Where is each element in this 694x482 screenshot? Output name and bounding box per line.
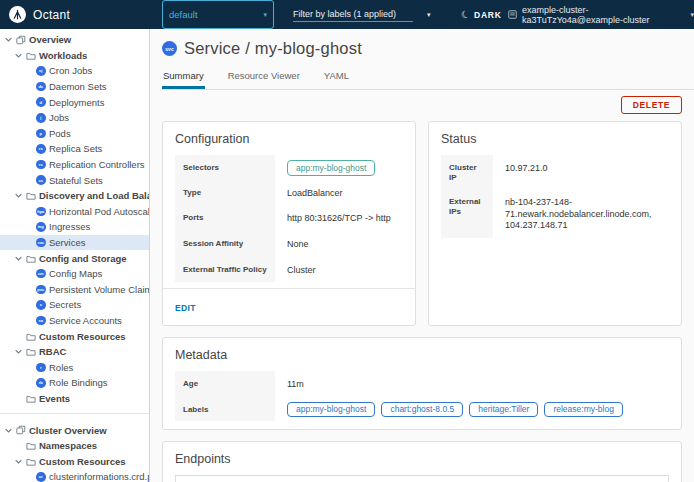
- overview-icon: [16, 425, 29, 435]
- sidebar-item-discovery-and-load-balancing[interactable]: Discovery and Load Balancing: [0, 188, 149, 204]
- k8s-resource-icon: sa: [36, 316, 46, 326]
- chevron-down-icon: [15, 458, 26, 465]
- sidebar-item-ingresses[interactable]: ingIngresses: [0, 219, 149, 235]
- sidebar-item-events[interactable]: Events: [0, 391, 149, 407]
- sidebar-item-roles[interactable]: rRoles: [0, 359, 149, 375]
- context-selector[interactable]: example-cluster-ka3TuTzYo4a@example-clus…: [508, 0, 694, 29]
- chevron-down-icon: ▾: [427, 11, 431, 18]
- folder-icon: [26, 191, 39, 200]
- edit-link[interactable]: EDIT: [175, 303, 196, 313]
- kv-label: Session Affinity: [175, 231, 275, 257]
- sidebar-item-label: Workloads: [39, 50, 87, 61]
- sidebar-item-services[interactable]: svcServices: [0, 235, 149, 251]
- chevron-down-icon: [15, 192, 26, 199]
- theme-toggle[interactable]: ☾ DARK: [461, 0, 502, 29]
- sidebar-item-custom-resources[interactable]: Custom Resources: [0, 453, 149, 469]
- label-filter-input[interactable]: [293, 7, 413, 22]
- kv-label: Labels: [175, 397, 275, 422]
- sidebar-item-label: Services: [49, 237, 85, 248]
- chevron-down-icon: [5, 427, 16, 434]
- kv-row-cluster-ip: Cluster IP10.97.21.0: [441, 155, 669, 189]
- namespace-selector[interactable]: default ▾: [162, 0, 274, 29]
- sidebar-item-namespaces[interactable]: Namespaces: [0, 438, 149, 454]
- sidebar-item-label: Discovery and Load Balancing: [39, 190, 149, 201]
- delete-button[interactable]: DELETE: [621, 96, 682, 114]
- sidebar-nav: OverviewWorkloadscjCron JobsdsDaemon Set…: [0, 29, 150, 482]
- kv-label: Age: [175, 371, 275, 397]
- sidebar-item-secrets[interactable]: sSecrets: [0, 297, 149, 313]
- tab-resource-viewer[interactable]: Resource Viewer: [227, 67, 301, 89]
- k8s-resource-icon: rb: [36, 378, 46, 388]
- octant-app: Octant default ▾ ▾ ☾ DARK example-cluste…: [0, 0, 694, 482]
- k8s-resource-icon: ss: [36, 175, 46, 185]
- configuration-title: Configuration: [175, 132, 403, 146]
- label-tag: release:my-blog: [544, 402, 622, 418]
- chevron-down-icon: ▾: [690, 11, 694, 18]
- sidebar-item-service-accounts[interactable]: saService Accounts: [0, 313, 149, 329]
- kv-row-ports: Portshttp 80:31626/TCP -> http: [175, 205, 403, 231]
- folder-icon: [26, 254, 39, 263]
- sidebar-item-replication-controllers[interactable]: rcReplication Controllers: [0, 157, 149, 173]
- sidebar-item-replica-sets[interactable]: rsReplica Sets: [0, 141, 149, 157]
- sidebar-item-rbac[interactable]: RBAC: [0, 344, 149, 360]
- column-header-node-name: Node Name: [545, 476, 668, 482]
- chevron-down-icon: ▾: [263, 11, 267, 18]
- k8s-resource-icon: svc: [36, 238, 46, 248]
- tag-list: app:my-blog-ghostchart:ghost-8.0.5herita…: [275, 397, 635, 422]
- sidebar-item-label: Replication Controllers: [49, 159, 145, 170]
- namespace-value: default: [169, 9, 198, 20]
- page-title: Service / my-blog-ghost: [184, 39, 362, 58]
- kv-value: 11m: [275, 371, 316, 397]
- sidebar-item-config-and-storage[interactable]: Config and Storage: [0, 250, 149, 266]
- endpoints-title: Endpoints: [175, 452, 669, 466]
- kv-row-session-affinity: Session AffinityNone: [175, 231, 403, 257]
- sidebar-item-daemon-sets[interactable]: dsDaemon Sets: [0, 79, 149, 95]
- configuration-card: Configuration Selectorsapp:my-blog-ghost…: [162, 121, 416, 326]
- sidebar-item-persistent-volume-claims[interactable]: pvcPersistent Volume Claims: [0, 282, 149, 298]
- sidebar-item-jobs[interactable]: jJobs: [0, 110, 149, 126]
- k8s-resource-icon: hpa: [36, 207, 46, 217]
- context-value: example-cluster-ka3TuTzYo4a@example-clus…: [522, 5, 685, 25]
- sidebar-item-cluster-overview[interactable]: Cluster Overview: [0, 422, 149, 438]
- configuration-rows: Selectorsapp:my-blog-ghostTypeLoadBalanc…: [175, 155, 403, 282]
- column-header-ip: IP: [402, 476, 545, 482]
- endpoints-header-row: TargetIPNode Name: [176, 476, 668, 482]
- sidebar-item-pods[interactable]: pPods: [0, 126, 149, 142]
- label-tag: app:my-blog-ghost: [287, 402, 375, 418]
- metadata-title: Metadata: [175, 348, 669, 362]
- kv-label: Selectors: [175, 155, 275, 180]
- sidebar-item-label: Deployments: [49, 97, 104, 108]
- folder-icon: [26, 332, 39, 341]
- sidebar-item-config-maps[interactable]: cmConfig Maps: [0, 266, 149, 282]
- k8s-resource-icon: rc: [36, 160, 46, 170]
- kv-row-age: Age11m: [175, 371, 669, 397]
- sidebar-item-custom-resources[interactable]: Custom Resources: [0, 328, 149, 344]
- sidebar-item-label: Stateful Sets: [49, 175, 103, 186]
- k8s-resource-icon: cr: [36, 472, 46, 482]
- sidebar-item-deployments[interactable]: dDeployments: [0, 94, 149, 110]
- configuration-footer: EDIT: [163, 288, 415, 317]
- sidebar-item-horizontal-pod-autoscalers[interactable]: hpaHorizontal Pod Autoscalers: [0, 204, 149, 220]
- sidebar-divider: [0, 413, 149, 414]
- k8s-resource-icon: d: [36, 97, 46, 107]
- label-tag: chart:ghost-8.0.5: [381, 402, 463, 418]
- service-icon: svc: [162, 41, 177, 56]
- sidebar-item-role-bindings[interactable]: rbRole Bindings: [0, 375, 149, 391]
- tab-bar: SummaryResource ViewerYAML: [162, 67, 694, 90]
- sidebar-item-stateful-sets[interactable]: ssStateful Sets: [0, 172, 149, 188]
- sidebar-item-workloads[interactable]: Workloads: [0, 48, 149, 64]
- sidebar-item-label: Service Accounts: [49, 315, 122, 326]
- sidebar-item-clusterinformations-crd-projec[interactable]: crclusterinformations.crd.projec: [0, 469, 149, 482]
- sidebar-item-overview[interactable]: Overview: [0, 32, 149, 48]
- sidebar-item-cron-jobs[interactable]: cjCron Jobs: [0, 63, 149, 79]
- sidebar-item-label: clusterinformations.crd.projec: [49, 471, 149, 482]
- folder-icon: [26, 51, 39, 60]
- tab-summary[interactable]: Summary: [162, 67, 205, 89]
- tab-yaml[interactable]: YAML: [323, 67, 350, 89]
- chevron-down-icon: [15, 348, 26, 355]
- kv-row-type: TypeLoadBalancer: [175, 180, 403, 206]
- sidebar-item-label: RBAC: [39, 346, 66, 357]
- k8s-resource-icon: cm: [36, 269, 46, 279]
- label-filter: ▾: [293, 0, 439, 29]
- k8s-resource-icon: pvc: [36, 285, 46, 295]
